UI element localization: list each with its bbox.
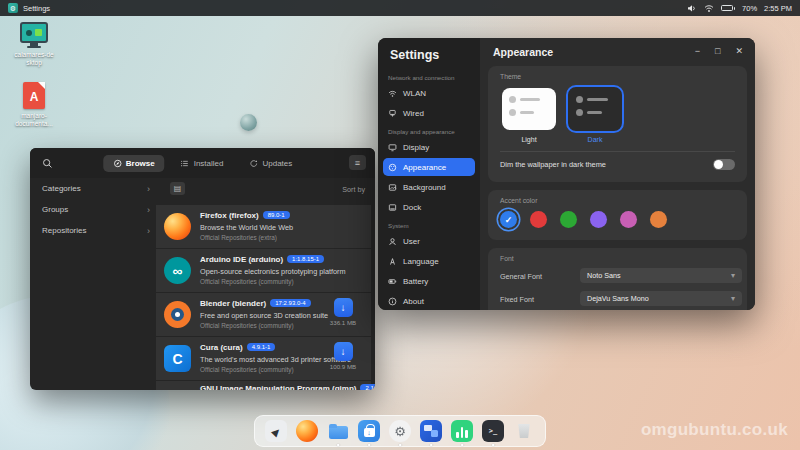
- blender-icon: [164, 301, 191, 328]
- tab-browse[interactable]: Browse: [103, 155, 165, 172]
- sidebar-item-label: Groups: [42, 205, 68, 214]
- sidebar-item-battery[interactable]: Battery: [383, 272, 475, 290]
- accent-green[interactable]: [560, 211, 577, 228]
- sidebar-item-dock[interactable]: Dock: [383, 198, 475, 216]
- clock[interactable]: 2:55 PM: [764, 4, 792, 13]
- sidebar-item-label: Battery: [403, 277, 428, 286]
- dock-item-terminal[interactable]: >_: [481, 419, 505, 443]
- version-badge: 17:2.93.0-4: [270, 299, 310, 307]
- search-icon[interactable]: [42, 158, 53, 169]
- sidebar-item-appearance[interactable]: Appearance: [383, 158, 475, 176]
- sidebar-item-display[interactable]: Display: [383, 138, 475, 156]
- download-button[interactable]: ↓: [334, 342, 353, 361]
- fixed-font-label: Fixed Font: [500, 295, 534, 304]
- app-store-window: Browse Installed Updates ≡: [30, 148, 375, 390]
- dim-wallpaper-label: Dim the wallpaper in dark theme: [500, 160, 606, 169]
- accent-blue[interactable]: ✓: [500, 211, 517, 228]
- version-badge: 89.0-1: [263, 211, 290, 219]
- refresh-icon: [249, 159, 258, 168]
- sidebar-item-about[interactable]: About: [383, 292, 475, 310]
- version-badge: 4.9.1-1: [247, 343, 276, 351]
- volume-icon[interactable]: [687, 4, 697, 13]
- hamburger-menu-button[interactable]: ≡: [349, 155, 366, 170]
- battery-icon[interactable]: [721, 5, 735, 11]
- app-store-titlebar[interactable]: Browse Installed Updates ≡: [30, 148, 375, 178]
- download-size: 336.1 MB: [330, 319, 356, 326]
- terminal-icon: >_: [482, 420, 504, 442]
- trash-icon: [518, 424, 531, 438]
- sidebar-item-language[interactable]: Language: [383, 252, 475, 270]
- background-icon: [388, 183, 397, 192]
- sidebar-item-user[interactable]: User: [383, 232, 475, 250]
- section-system: System: [388, 222, 409, 229]
- minimize-button[interactable]: −: [695, 46, 700, 56]
- user-icon: [388, 237, 397, 246]
- sidebar-item-wlan[interactable]: WLAN: [383, 84, 475, 102]
- version-badge: 2.10.24-1: [360, 384, 375, 390]
- compass-icon: [113, 159, 122, 168]
- maximize-button[interactable]: □: [715, 46, 720, 56]
- wifi-icon[interactable]: [704, 4, 714, 13]
- app-row-firefox[interactable]: Firefox (firefox)89.0-1 Browse the World…: [156, 205, 371, 248]
- app-row-cura[interactable]: C Cura (cura)4.9.1-1 The world's most ad…: [156, 337, 371, 380]
- tab-updates[interactable]: Updates: [239, 155, 302, 172]
- dock-item-settings[interactable]: ⚙: [388, 419, 412, 443]
- accent-pink[interactable]: [620, 211, 637, 228]
- firefox-icon: [164, 213, 191, 240]
- dock-item-system-monitor[interactable]: [450, 419, 474, 443]
- download-icon: ↓: [341, 302, 346, 313]
- app-row-arduino[interactable]: ∞ Arduino IDE (arduino)1:1.8.15-1 Open-s…: [156, 249, 371, 292]
- sidebar-item-label: Language: [403, 257, 439, 266]
- dock-item-screenshot-tool[interactable]: [419, 419, 443, 443]
- accent-red[interactable]: [530, 211, 547, 228]
- sidebar-item-groups[interactable]: Groups ›: [30, 199, 162, 220]
- general-font-select[interactable]: Noto Sans ▾: [580, 268, 742, 283]
- fixed-font-value: DejaVu Sans Mono: [587, 294, 649, 303]
- app-row-gimp[interactable]: GNU Image Manipulation Program (gimp)2.1…: [156, 381, 371, 390]
- dim-wallpaper-toggle[interactable]: [713, 159, 735, 170]
- desktop-icon-manjaro-docs[interactable]: A manjaro- documenta...: [8, 82, 60, 128]
- section-network: Network and connection: [388, 74, 454, 81]
- view-toggle-button[interactable]: ▤: [170, 182, 185, 195]
- desktop: ⚙ Settings 70% 2:55 PM calamares-de skto: [0, 0, 800, 450]
- sidebar-item-label: WLAN: [403, 89, 426, 98]
- sidebar-item-label: Background: [403, 183, 446, 192]
- desktop-icon-label: calamares-de sktop: [8, 51, 60, 67]
- app-source: Official Repositories (community): [200, 278, 294, 285]
- dock-item-app-store[interactable]: ↓: [357, 419, 381, 443]
- pdf-icon: A: [23, 82, 45, 109]
- app-name: Firefox (firefox): [200, 211, 259, 220]
- app-source: Official Repositories (community): [200, 366, 294, 373]
- download-button[interactable]: ↓: [334, 298, 353, 317]
- installer-icon: [8, 22, 60, 48]
- sidebar-item-label: Appearance: [403, 163, 446, 172]
- active-app-title: Settings: [23, 4, 50, 13]
- desktop-icon-calamares[interactable]: calamares-de sktop: [8, 22, 60, 67]
- accent-purple[interactable]: [590, 211, 607, 228]
- dock-item-firefox[interactable]: [295, 419, 319, 443]
- sort-by-label[interactable]: Sort by: [342, 185, 365, 194]
- theme-option-dark[interactable]: [566, 85, 624, 133]
- fixed-font-select[interactable]: DejaVu Sans Mono ▾: [580, 291, 742, 306]
- accent-orange[interactable]: [650, 211, 667, 228]
- settings-app-icon: ⚙: [8, 3, 18, 13]
- dock-item-launcher[interactable]: ▶: [264, 419, 288, 443]
- display-icon: [388, 143, 397, 152]
- theme-option-light[interactable]: [502, 88, 556, 130]
- sidebar-item-background[interactable]: Background: [383, 178, 475, 196]
- sidebar-item-categories[interactable]: Categories ›: [30, 178, 162, 199]
- sidebar-item-wired[interactable]: Wired: [383, 104, 475, 122]
- close-button[interactable]: ✕: [735, 46, 743, 56]
- sidebar-item-label: Display: [403, 143, 429, 152]
- general-font-label: General Font: [500, 272, 542, 281]
- dock-item-file-manager[interactable]: [326, 419, 350, 443]
- app-row-blender[interactable]: Blender (blender)17:2.93.0-4 Free and op…: [156, 293, 371, 336]
- divider: [500, 151, 735, 152]
- tab-installed[interactable]: Installed: [171, 155, 234, 172]
- dock-item-trash[interactable]: [512, 419, 536, 443]
- firefox-icon: [296, 420, 318, 442]
- grid-view-icon: ▤: [174, 184, 182, 193]
- theme-card: Theme Light Dark Dim the wallpaper in da…: [488, 66, 747, 182]
- sidebar-item-repositories[interactable]: Repositories ›: [30, 220, 162, 241]
- app-source: Official Repositories (community): [200, 322, 294, 329]
